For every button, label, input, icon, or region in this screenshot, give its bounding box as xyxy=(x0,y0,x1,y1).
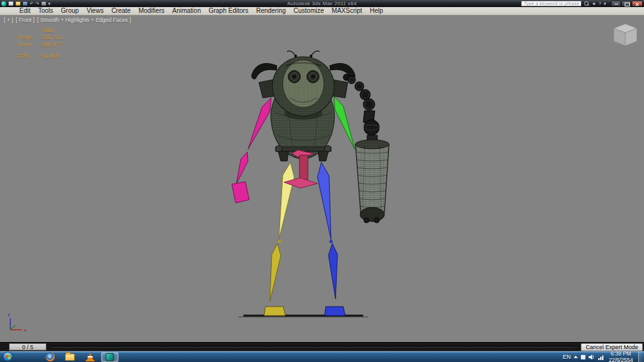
volume-icon[interactable] xyxy=(589,354,595,360)
menu-maxscript[interactable]: MAXScript xyxy=(328,7,366,15)
menu-animation[interactable]: Animation xyxy=(168,7,204,15)
undo-icon[interactable]: ↶ xyxy=(30,1,33,6)
help-dropdown-icon[interactable]: ▾ xyxy=(603,1,606,6)
3dsmax-logo-icon[interactable] xyxy=(1,1,6,6)
bone-right-foot-blue[interactable] xyxy=(325,307,345,316)
quick-access-toolbar: ↶ ↷ ▾ xyxy=(1,1,50,6)
taskbar-3dsmax-button[interactable] xyxy=(101,352,118,362)
show-desktop-button[interactable] xyxy=(638,352,644,362)
system-tray: EN xyxy=(563,354,605,360)
maximize-button[interactable] xyxy=(621,1,631,6)
taskbar: EN 6:39 PM 22/6/2554 xyxy=(0,351,644,362)
bone-hand-magenta[interactable] xyxy=(232,182,249,203)
bone-left-shin-yellow[interactable] xyxy=(270,240,281,302)
menu-bar: Edit Tools Group Views Create Modifiers … xyxy=(0,7,644,15)
bone-pelvis-center-red[interactable] xyxy=(299,155,308,180)
bone-right-thigh-blue[interactable] xyxy=(317,162,331,240)
infocenter: ★ ? ▾ xyxy=(521,1,643,6)
bone-right-shin-blue[interactable] xyxy=(328,240,337,300)
taskbar-firefox-button[interactable] xyxy=(41,352,59,362)
viewport-label: [ + ] [ Front ] [ Smooth + Highlights + … xyxy=(4,17,131,23)
viewport-general-menu[interactable]: [ + ] xyxy=(4,17,13,23)
frame-number-field[interactable]: 0 / 5 xyxy=(9,343,46,350)
stats-fps-value: 56.958 xyxy=(41,53,59,60)
menu-help[interactable]: Help xyxy=(366,7,387,15)
help-icon[interactable]: ? xyxy=(599,1,601,6)
taskbar-vlc-button[interactable] xyxy=(81,352,99,362)
stats-polys-value: 306,716 xyxy=(41,34,62,41)
explorer-folder-icon xyxy=(65,354,75,361)
search-input[interactable] xyxy=(521,1,582,6)
menu-group[interactable]: Group xyxy=(57,7,83,15)
taskbar-clock[interactable]: 6:39 PM 22/6/2554 xyxy=(609,350,633,362)
axis-z-label: z xyxy=(8,312,10,318)
project-link-icon[interactable] xyxy=(41,1,46,6)
axis-x-label: x xyxy=(24,327,26,333)
qat-dropdown-icon[interactable]: ▾ xyxy=(48,1,51,6)
window-controls xyxy=(611,1,643,6)
scene-canvas: x z xyxy=(0,15,644,342)
menu-views[interactable]: Views xyxy=(82,7,108,15)
search-icon[interactable] xyxy=(584,1,589,6)
menu-tools[interactable]: Tools xyxy=(34,7,57,15)
menu-graph-editors[interactable]: Graph Editors xyxy=(205,7,252,15)
menu-customize[interactable]: Customize xyxy=(290,7,328,15)
network-icon[interactable] xyxy=(598,354,605,360)
menu-rendering[interactable]: Rendering xyxy=(252,7,290,15)
stats-fps-label: FPS: xyxy=(18,53,41,60)
stats-polys-label: Polys: xyxy=(18,34,41,41)
tray-expand-icon[interactable] xyxy=(574,356,578,358)
viewcube[interactable] xyxy=(614,24,637,46)
viewport-front[interactable]: [ + ] [ Front ] [ Smooth + Highlights + … xyxy=(0,15,644,342)
stats-verts-value: 266,177 xyxy=(41,41,62,48)
bone-upper-arm-magenta[interactable] xyxy=(248,98,271,149)
open-file-icon[interactable] xyxy=(15,1,21,6)
start-button[interactable] xyxy=(3,352,13,362)
status-bar: 0 / 5 Cancel Expert Mode xyxy=(0,342,644,351)
taskbar-apps xyxy=(40,352,120,362)
save-file-icon[interactable] xyxy=(23,1,28,6)
tray-app-icon[interactable] xyxy=(581,355,585,359)
windows-flag-icon xyxy=(6,354,10,359)
ground-line[interactable] xyxy=(238,316,368,317)
bone-left-thigh-yellow[interactable] xyxy=(279,162,294,240)
menu-edit[interactable]: Edit xyxy=(15,7,34,15)
new-file-icon[interactable] xyxy=(8,1,14,6)
menu-modifiers[interactable]: Modifiers xyxy=(135,7,169,15)
clock-date: 22/6/2554 xyxy=(609,357,633,362)
bone-upper-arm-green[interactable] xyxy=(334,97,355,149)
favorites-star-icon[interactable]: ★ xyxy=(592,1,596,6)
viewport-pov-menu[interactable]: [ Front ] xyxy=(15,17,34,23)
3dsmax-app-icon xyxy=(106,353,114,361)
desktop: ↶ ↷ ▾ Autodesk 3ds Max 2011 x64 ★ ? ▾ Ed… xyxy=(0,0,644,362)
menu-create[interactable]: Create xyxy=(108,7,135,15)
clock-time: 6:39 PM xyxy=(609,350,633,357)
cancel-expert-mode-button[interactable]: Cancel Expert Mode xyxy=(581,343,643,351)
minimize-button[interactable] xyxy=(611,1,621,6)
redo-icon[interactable]: ↷ xyxy=(35,1,39,6)
stats-verts-label: Verts: xyxy=(18,41,41,48)
language-indicator[interactable]: EN xyxy=(563,354,571,360)
stats-total-label: Total xyxy=(41,27,53,34)
statistics-overlay: Total Polys:306,716 Verts:266,177 FPS:56… xyxy=(18,27,62,60)
firefox-icon xyxy=(46,352,55,361)
close-button[interactable] xyxy=(632,1,643,6)
taskbar-explorer-button[interactable] xyxy=(61,352,79,362)
world-axis-gizmo: x z xyxy=(8,312,26,333)
viewport-shading-menu[interactable]: [ Smooth + Highlights + Edged Faces ] xyxy=(37,17,131,23)
robot-mech-arm[interactable] xyxy=(343,74,389,223)
vlc-cone-icon xyxy=(86,353,95,361)
title-bar: ↶ ↷ ▾ Autodesk 3ds Max 2011 x64 ★ ? ▾ xyxy=(0,0,644,7)
bone-forearm-magenta[interactable] xyxy=(236,152,248,184)
time-slider-track[interactable] xyxy=(53,346,574,348)
bone-left-foot-yellow[interactable] xyxy=(264,307,285,316)
